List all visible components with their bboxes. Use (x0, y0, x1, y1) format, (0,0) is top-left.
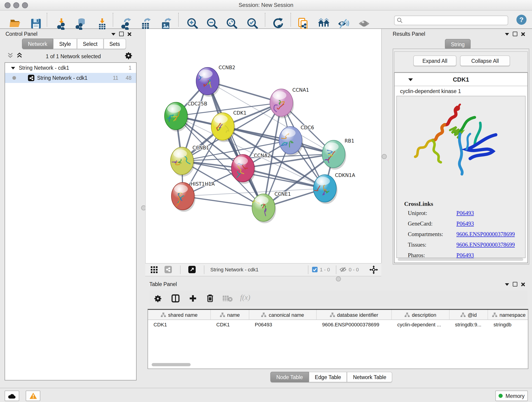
cell-name[interactable]: CDK1 (211, 320, 249, 329)
network-label: String Network - cdk1 (37, 75, 88, 81)
crosslink-link-genecard-[interactable]: P06493 (456, 220, 474, 227)
collapse-all-button[interactable]: Collapse All (460, 56, 510, 66)
crosslink-link-uniprot-[interactable]: P06493 (456, 210, 474, 216)
tab-string[interactable]: String (445, 39, 471, 50)
export-table-icon[interactable] (140, 17, 152, 30)
control-panel: Control Panel NetworkStyleSelectSets 1 o… (0, 28, 141, 388)
panel-menu-icon[interactable] (111, 32, 115, 36)
expand-all-button[interactable]: Expand All (413, 56, 456, 66)
right-splitter-handle[interactable] (382, 154, 387, 159)
cell-database-identifier[interactable]: 9606.ENSP00000378699 (317, 320, 392, 329)
network-collection-row[interactable]: String Network - cdk1 1 (5, 63, 136, 73)
column-header--id[interactable]: @id (450, 310, 488, 319)
export-image-icon[interactable] (160, 17, 172, 30)
grid-view-icon[interactable] (151, 266, 158, 273)
warning-button[interactable] (26, 390, 40, 401)
import-network-from-database-icon[interactable] (75, 17, 87, 30)
column-header-database-identifier[interactable]: database identifier (317, 310, 392, 319)
panel-float-icon[interactable] (513, 282, 517, 287)
crosslink-link-pharos-[interactable]: P06493 (456, 252, 474, 259)
network-node-CDKN1A[interactable] (313, 175, 337, 204)
delete-columns-trash-icon[interactable] (206, 294, 214, 303)
open-session-icon[interactable] (9, 17, 22, 30)
import-network-from-file-icon[interactable] (56, 17, 68, 30)
crosslink-link-compartments-[interactable]: 9606.ENSP00000378699 (456, 231, 515, 237)
network-edge-CCNB2-CCNE1[interactable] (208, 81, 264, 208)
apply-layout-icon[interactable] (272, 17, 284, 30)
tab-node-table[interactable]: Node Table (270, 372, 309, 382)
delete-table-icon[interactable] (223, 295, 233, 302)
panel-close-icon[interactable] (521, 282, 525, 286)
panel-menu-icon[interactable] (505, 32, 509, 36)
panel-float-icon[interactable] (119, 32, 124, 36)
expand-all-chevron-icon[interactable] (17, 52, 22, 58)
create-column-plus-icon[interactable] (189, 294, 197, 303)
enrichment-eye-icon[interactable] (337, 17, 350, 30)
column-header-namespace[interactable]: namespace (488, 310, 528, 319)
network-row-selected[interactable]: String Network - cdk1 11 48 (5, 73, 136, 83)
network-node-HIST1H1A[interactable] (171, 182, 196, 212)
import-table-from-file-icon[interactable] (96, 17, 109, 30)
tab-network-table[interactable]: Network Table (347, 372, 392, 382)
tree-expand-icon[interactable] (11, 66, 15, 70)
panel-float-icon[interactable] (513, 32, 517, 36)
memory-button[interactable]: Memory (495, 390, 528, 401)
column-header-description[interactable]: description (392, 310, 450, 319)
network-node-CDC6[interactable] (279, 127, 303, 156)
warning-icon (29, 392, 37, 399)
column-header-name[interactable]: name (211, 310, 249, 319)
string-view-icon[interactable] (165, 266, 172, 273)
cell-description[interactable]: cyclin-dependent ... (392, 320, 450, 329)
tab-style[interactable]: Style (53, 38, 77, 49)
tab-select[interactable]: Select (77, 38, 104, 49)
network-node-RB1[interactable] (322, 140, 346, 170)
open-view-icon[interactable] (188, 266, 196, 273)
show-columns-icon[interactable] (171, 294, 180, 303)
zoom-selected-icon[interactable] (247, 17, 259, 30)
cell-namespace[interactable]: stringdb (488, 320, 528, 329)
birds-eye-crosshair-icon[interactable] (369, 265, 378, 274)
zoom-fit-icon[interactable] (226, 17, 238, 30)
show-graphics-disabled-icon[interactable] (358, 17, 370, 30)
column-label: namespace (500, 312, 526, 317)
network-options-gear-icon[interactable] (125, 52, 133, 60)
search-field[interactable] (394, 16, 508, 25)
panel-menu-icon[interactable] (505, 283, 509, 286)
cell-shared-name[interactable]: CDK1 (148, 320, 211, 329)
save-session-icon[interactable] (30, 17, 42, 30)
collapse-all-chevron-icon[interactable] (7, 52, 13, 58)
function-builder-icon[interactable]: f(x) (240, 293, 250, 302)
results-scrollbar[interactable] (398, 258, 523, 261)
network-node-CCNA1[interactable] (270, 89, 294, 118)
network-node-CCNE1[interactable] (252, 194, 276, 223)
network-node-CDK1[interactable] (211, 113, 235, 142)
cell-canonical-name[interactable]: P06493 (249, 320, 317, 329)
panel-close-icon[interactable] (127, 32, 132, 36)
table-horizontal-scrollbar[interactable] (152, 363, 191, 366)
export-network-icon[interactable] (120, 17, 133, 30)
column-header-canonical-name[interactable]: canonical name (249, 310, 317, 319)
string-home-icon[interactable] (317, 17, 330, 30)
tab-sets[interactable]: Sets (103, 38, 126, 49)
hidden-eye-slash-icon[interactable] (340, 267, 346, 272)
zoom-out-icon[interactable] (206, 17, 219, 30)
cell--id[interactable]: stringdb:9... (450, 320, 488, 329)
selected-checkbox-icon[interactable] (312, 267, 317, 272)
tab-edge-table[interactable]: Edge Table (309, 372, 347, 382)
panel-close-icon[interactable] (521, 32, 525, 36)
network-canvas[interactable]: CCNB2CCNA1CDC25BCDK1CDC6RB1CCNB1CCNA2CDK… (145, 29, 382, 263)
network-node-CCNB2[interactable] (196, 67, 220, 97)
session-documents-icon[interactable] (297, 17, 309, 30)
cloud-button[interactable] (5, 390, 19, 401)
zoom-in-icon[interactable] (186, 17, 199, 30)
crosslink-row: Tissues:9606.ENSP00000378699 (397, 240, 525, 250)
network-node-CCNA2[interactable] (231, 154, 255, 184)
column-header-shared-name[interactable]: shared name (148, 310, 211, 319)
memory-label: Memory (505, 393, 525, 399)
table-settings-gear-icon[interactable] (154, 295, 162, 303)
search-input[interactable] (403, 18, 508, 23)
crosslink-link-tissues-[interactable]: 9606.ENSP00000378699 (456, 242, 515, 248)
tab-network[interactable]: Network (22, 38, 53, 49)
help-button[interactable]: ? (516, 15, 526, 25)
network-node-CCNB1[interactable] (171, 147, 195, 177)
